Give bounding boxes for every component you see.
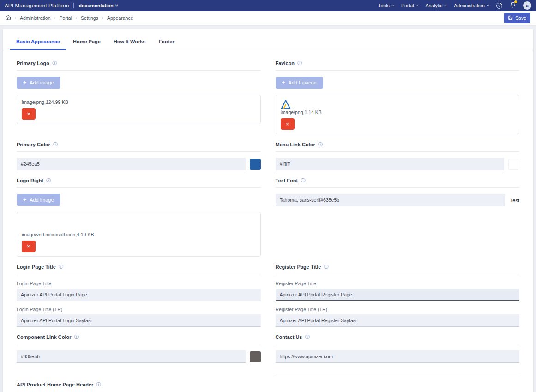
- settings-card: Basic Appearance Home Page How It Works …: [3, 29, 533, 392]
- file-name: image/png,124.99 KB: [22, 99, 256, 105]
- section-header: Login Page Title ⓘ: [17, 264, 261, 274]
- menu-analytic-label: Analytic: [425, 3, 442, 8]
- favicon-preview: image/png,1.14 KB ×: [276, 95, 520, 134]
- avatar[interactable]: a: [523, 1, 531, 10]
- text-font-field: Test: [276, 194, 520, 206]
- close-icon: ×: [27, 110, 30, 117]
- add-image-button[interactable]: + Add image: [17, 194, 60, 206]
- info-icon[interactable]: ⓘ: [324, 265, 328, 269]
- logo-right-preview: image/vnd.microsoft.icon,4.19 KB ×: [17, 212, 261, 257]
- tab-how-it-works[interactable]: How It Works: [108, 35, 151, 50]
- tab-basic-appearance[interactable]: Basic Appearance: [10, 35, 66, 50]
- add-favicon-label: Add Favicon: [289, 80, 317, 85]
- form-row: API Product Home Page Header ⓘ API Produ…: [17, 382, 519, 392]
- breadcrumb-separator: ›: [15, 16, 16, 20]
- help-icon: ?: [496, 3, 502, 9]
- info-icon[interactable]: ⓘ: [46, 178, 51, 183]
- help-button[interactable]: ?: [496, 3, 502, 9]
- section-logo-right: Logo Right ⓘ + Add image image/vnd.micro…: [17, 178, 261, 257]
- section-register-page-title: Register Page Title ⓘ Register Page Titl…: [276, 264, 520, 327]
- form-row: Component Link Color ⓘ Contact Us ⓘ: [17, 334, 519, 382]
- remove-file-button[interactable]: ×: [22, 241, 36, 252]
- close-icon: ×: [286, 121, 289, 127]
- tabs: Basic Appearance Home Page How It Works …: [3, 29, 533, 50]
- section-menu-link-color: Menu Link Color ⓘ: [276, 142, 520, 170]
- section-title: API Product Home Page Header: [17, 382, 93, 387]
- component-link-color-input[interactable]: [17, 350, 246, 363]
- add-image-button[interactable]: + Add image: [17, 77, 60, 89]
- section-contact-us: Contact Us ⓘ: [276, 334, 520, 374]
- add-favicon-button[interactable]: + Add Favicon: [276, 77, 323, 89]
- info-icon[interactable]: ⓘ: [59, 265, 63, 269]
- menu-administration[interactable]: Administration ∨: [454, 3, 489, 8]
- register-page-title-input[interactable]: [276, 289, 520, 301]
- section-title: Login Page Title: [17, 264, 56, 270]
- section-header: Favicon ⓘ: [276, 60, 520, 71]
- primary-color-swatch[interactable]: [250, 159, 261, 170]
- section-title: Logo Right: [17, 178, 43, 183]
- tab-home-page[interactable]: Home Page: [67, 35, 107, 50]
- app-title: API Management Platform: [5, 3, 69, 8]
- menu-administration-label: Administration: [454, 3, 485, 8]
- menu-link-color-swatch[interactable]: [508, 159, 519, 170]
- info-icon[interactable]: ⓘ: [53, 142, 58, 147]
- field-label: Register Page Title: [276, 281, 520, 286]
- contact-us-input[interactable]: [276, 350, 520, 363]
- navbar-left: API Management Platform documentation ∨: [5, 3, 118, 8]
- remove-file-button[interactable]: ×: [22, 108, 36, 120]
- breadcrumb-portal[interactable]: Portal: [60, 15, 72, 21]
- section-header: API Product Home Page Header ⓘ: [17, 382, 261, 392]
- field-label: Register Page Title (TR): [276, 307, 520, 312]
- color-field: [17, 158, 261, 170]
- primary-color-input[interactable]: [17, 158, 246, 170]
- info-icon[interactable]: ⓘ: [301, 178, 305, 183]
- section-header: Component Link Color ⓘ: [17, 334, 261, 344]
- menu-portal[interactable]: Portal ∨: [401, 3, 418, 8]
- menu-analytic[interactable]: Analytic ∨: [425, 3, 446, 8]
- color-field: [17, 350, 261, 363]
- section-title: Text Font: [276, 178, 298, 183]
- plus-icon: +: [282, 80, 285, 85]
- menu-tools[interactable]: Tools ∨: [378, 3, 394, 8]
- section-api-product-header: API Product Home Page Header ⓘ API Produ…: [17, 382, 261, 392]
- navbar-right: Tools ∨ Portal ∨ Analytic ∨ Administrati…: [378, 1, 531, 10]
- section-component-link-color: Component Link Color ⓘ: [17, 334, 261, 363]
- info-icon[interactable]: ⓘ: [318, 142, 323, 147]
- notifications-button[interactable]: [510, 2, 516, 9]
- section-primary-color: Primary Color ⓘ: [17, 142, 261, 170]
- form-row: Login Page Title ⓘ Login Page Title Logi…: [17, 264, 519, 334]
- menu-portal-label: Portal: [401, 3, 414, 8]
- menu-link-color-input[interactable]: [276, 158, 505, 170]
- login-page-title-tr-input[interactable]: [17, 314, 261, 327]
- breadcrumb-separator: ›: [76, 16, 77, 20]
- info-icon[interactable]: ⓘ: [74, 335, 79, 339]
- breadcrumb-appearance[interactable]: Appearance: [107, 15, 133, 21]
- text-font-input[interactable]: [276, 194, 505, 206]
- field-label: Login Page Title (TR): [17, 307, 261, 312]
- breadcrumb-administration[interactable]: Administration: [20, 15, 51, 21]
- save-button[interactable]: Save: [504, 13, 530, 23]
- chevron-down-icon: ∨: [391, 4, 394, 7]
- component-link-color-swatch[interactable]: [250, 351, 261, 362]
- tab-footer[interactable]: Footer: [152, 35, 180, 50]
- info-icon[interactable]: ⓘ: [96, 382, 101, 387]
- info-icon[interactable]: ⓘ: [297, 61, 302, 66]
- remove-file-button[interactable]: ×: [281, 118, 295, 130]
- color-field: [276, 158, 520, 170]
- section-header: Primary Color ⓘ: [17, 142, 261, 152]
- project-selector[interactable]: documentation ∨: [78, 3, 117, 8]
- info-icon[interactable]: ⓘ: [305, 335, 310, 339]
- register-page-title-tr-input[interactable]: [276, 314, 520, 327]
- login-page-title-input[interactable]: [17, 289, 261, 301]
- breadcrumb-separator: ›: [102, 16, 103, 20]
- form-row: Primary Color ⓘ Menu Link Color ⓘ: [17, 142, 519, 178]
- file-name: image/vnd.microsoft.icon,4.19 KB: [22, 232, 256, 237]
- breadcrumb: › Administration › Portal › Settings › A…: [6, 15, 133, 21]
- section-header: Text Font ⓘ: [276, 178, 520, 188]
- menu-tools-label: Tools: [378, 3, 390, 8]
- project-selector-label: documentation: [78, 3, 113, 8]
- breadcrumb-settings[interactable]: Settings: [81, 15, 98, 21]
- avatar-initial: a: [526, 3, 529, 8]
- info-icon[interactable]: ⓘ: [52, 61, 57, 66]
- home-icon[interactable]: [6, 15, 11, 21]
